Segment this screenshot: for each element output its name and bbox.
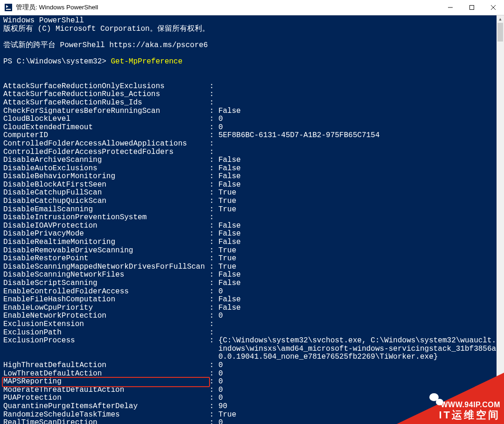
powershell-icon bbox=[5, 4, 12, 11]
scroll-up-arrow[interactable]: ▲ bbox=[497, 15, 504, 23]
minimize-button[interactable] bbox=[440, 0, 461, 15]
titlebar[interactable]: 管理员: Windows PowerShell bbox=[0, 0, 504, 15]
vertical-scrollbar[interactable]: ▲ bbox=[497, 15, 504, 424]
maximize-button[interactable] bbox=[461, 0, 483, 15]
window-controls bbox=[440, 0, 504, 15]
powershell-window: 管理员: Windows PowerShell Windows PowerShe… bbox=[0, 0, 504, 424]
window-title: 管理员: Windows PowerShell bbox=[16, 3, 440, 12]
close-button[interactable] bbox=[483, 0, 504, 15]
console-output: Windows PowerShell 版权所有 (C) Microsoft Co… bbox=[3, 17, 497, 424]
svg-rect-1 bbox=[470, 6, 474, 10]
console-area[interactable]: Windows PowerShell 版权所有 (C) Microsoft Co… bbox=[0, 15, 497, 424]
scroll-thumb[interactable] bbox=[497, 23, 503, 42]
